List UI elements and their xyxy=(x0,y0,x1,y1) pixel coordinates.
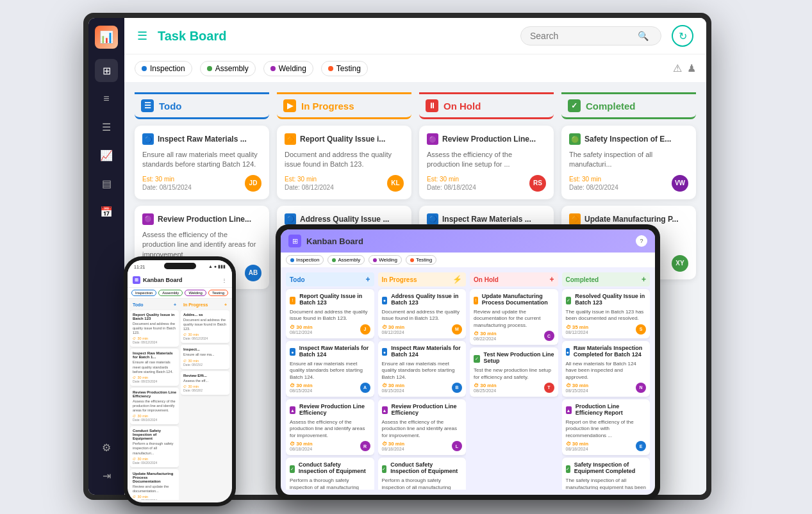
tablet-avatar: C xyxy=(544,331,554,341)
phone-board: Todo + Report Quality Issue in Batch 123… xyxy=(128,299,232,502)
app-logo[interactable]: 📊 xyxy=(95,26,118,49)
phone-card-todo-5[interactable]: Update Manufacturing Process Documentati… xyxy=(130,469,179,500)
filter-tag-assembly[interactable]: Assembly xyxy=(200,61,256,76)
filter-label-inspection: Inspection xyxy=(150,64,185,73)
tablet-card-footer: ⏱ 30 min 08/18/2024 E xyxy=(566,441,647,451)
tablet-card-desc: Document and address the quality issue f… xyxy=(290,309,370,322)
sidebar-item-calendar[interactable]: 📅 xyxy=(95,200,118,223)
tablet-card-todo-3[interactable]: ▲ Review Production Line Efficiency Asse… xyxy=(286,399,374,455)
menu-icon[interactable]: ☰ xyxy=(137,29,147,43)
phone-filter-assembly[interactable]: Assembly xyxy=(158,290,183,296)
card-date: Date: 08/20/2024 xyxy=(569,184,618,191)
tablet-filter-welding[interactable]: Welding xyxy=(369,255,402,265)
card-date: Date: 08/18/2024 xyxy=(427,184,476,191)
tablet-card-c-1[interactable]: ✓ Resolved Quality Issue in Batch 123 Th… xyxy=(562,289,650,338)
phone-card-todo-4[interactable]: Conduct Safety Inspection of Equipment P… xyxy=(130,426,179,467)
filter-bar: Inspection Assembly Welding Testing xyxy=(124,54,706,82)
tablet-card-title-row: ● Address Quality Issue in Batch 123 xyxy=(382,293,463,308)
tablet-card-oh-2[interactable]: ✓ Test New Production Line Setup Test th… xyxy=(470,347,558,397)
sidebar-item-grid[interactable]: ⊞ xyxy=(95,59,118,82)
card-type-icon: 🔶 xyxy=(285,133,296,145)
tablet-card-oh-1[interactable]: ! Update Manufacturing Process Documenta… xyxy=(470,289,558,345)
tablet-filter-inspection[interactable]: Inspection xyxy=(286,255,324,265)
tablet-col-add-todo[interactable]: + xyxy=(365,275,370,284)
phone-card-todo-1[interactable]: Report Quality Issue in Batch 123 Docume… xyxy=(130,310,179,347)
warning-icon[interactable]: ⚠ xyxy=(673,62,682,74)
group-icon[interactable]: ♟ xyxy=(687,62,696,74)
tablet-col-add-onhold[interactable]: + xyxy=(549,275,554,284)
search-bar[interactable]: 🔍 xyxy=(520,26,661,46)
tablet-card-todo-1[interactable]: ! Report Quality Issue in Batch 123 Docu… xyxy=(286,289,374,338)
sidebar-item-list2[interactable]: ▤ xyxy=(95,172,118,195)
card-completed-1[interactable]: 🟢 Safety Inspection of E... The safety i… xyxy=(561,126,696,199)
tablet-filter-testing[interactable]: Testing xyxy=(406,255,436,265)
tablet-card-ip-1[interactable]: ● Address Quality Issue in Batch 123 Doc… xyxy=(378,289,467,338)
search-input[interactable] xyxy=(530,31,633,41)
tablet-filter-assembly[interactable]: Assembly xyxy=(327,255,365,265)
tablet-time: ⏱ 30 min xyxy=(474,331,497,336)
tablet-board: Todo + ! Report Quality Issue in Batch 1… xyxy=(281,267,655,495)
tablet-type-icon: ✓ xyxy=(566,465,570,473)
tablet-date: 08/22/2024 xyxy=(474,336,497,341)
filter-tag-testing[interactable]: Testing xyxy=(321,61,368,76)
phone-card-ip-1[interactable]: Addre... ss Document and address the qua… xyxy=(181,310,229,343)
phone-card-todo-3[interactable]: Review Production Line Efficiency Assess… xyxy=(130,388,179,424)
card-inprogress-1[interactable]: 🔶 Report Quality Issue i... Document and… xyxy=(277,126,411,199)
tablet-card-ip-4[interactable]: ✓ Conduct Safety Inspection of Equipment… xyxy=(378,458,467,490)
phone-title: ⊞ Kanban Board xyxy=(133,276,183,284)
tablet-card-ip-2[interactable]: ● Inspect Raw Materials for Batch 124 En… xyxy=(378,341,467,397)
tablet-card-title: Review Production Line Efficiency xyxy=(392,403,462,416)
t-dot-testing xyxy=(410,258,414,262)
phone-status-icons: ▲ ● ▮▮▮ xyxy=(208,264,226,269)
card-avatar: AB xyxy=(245,265,261,281)
tablet-type-icon: ✓ xyxy=(566,297,572,304)
phone-menu-btn[interactable]: ⋮ xyxy=(222,278,227,283)
tablet-avatar: T xyxy=(544,383,554,393)
tablet-help-icon[interactable]: ? xyxy=(636,235,647,247)
phone-col-add-inprogress[interactable]: + xyxy=(224,303,227,307)
tablet-card-todo-4[interactable]: ✓ Conduct Safety Inspection of Equipment… xyxy=(286,458,374,490)
tablet-title: Kanban Board xyxy=(306,236,363,246)
tablet-date: 08/18/2024 xyxy=(566,447,589,451)
tablet-type-icon: ▲ xyxy=(566,406,572,414)
tablet-card-c-4[interactable]: ✓ Safety Inspection of Equipment Complet… xyxy=(562,458,650,490)
card-onhold-1[interactable]: 🟣 Review Production Line... Assess the e… xyxy=(419,126,554,199)
filter-tag-inspection[interactable]: Inspection xyxy=(135,61,192,76)
tablet-card-title-row: ● Inspect Raw Materials for Batch 124 xyxy=(382,345,463,360)
card-desc: Assess the efficiency of the production … xyxy=(427,150,546,170)
tablet-type-icon: ! xyxy=(290,297,295,304)
welding-dot xyxy=(270,66,276,71)
tablet-col-completed: Completed + ✓ Resolved Quality Issue in … xyxy=(562,272,650,490)
tablet-card-c-2[interactable]: ● Raw Materials Inspection Completed for… xyxy=(562,341,650,397)
phone-filter-inspection[interactable]: Inspection xyxy=(131,290,156,296)
tablet-card-desc: Report on the efficiency of the producti… xyxy=(566,419,647,439)
refresh-button[interactable]: ↻ xyxy=(672,25,693,47)
phone-card-ip-3[interactable]: Review Effi... Assess the eff... ⏱ 30 mi… xyxy=(181,371,229,395)
tablet-card-todo-2[interactable]: ● Inspect Raw Materials for Batch 124 En… xyxy=(286,341,374,397)
filter-tag-welding[interactable]: Welding xyxy=(263,61,313,76)
sidebar-item-list[interactable]: ☰ xyxy=(95,115,118,138)
card-todo-1[interactable]: 🔵 Inspect Raw Materials ... Ensure all r… xyxy=(135,126,269,199)
sidebar-item-logout[interactable]: ⇥ xyxy=(95,464,118,487)
tablet-card-c-3[interactable]: ▲ Production Line Efficiency Report Repo… xyxy=(562,399,650,455)
phone-filter-welding[interactable]: Welding xyxy=(185,290,206,296)
sidebar-item-chart[interactable]: 📈 xyxy=(95,144,118,167)
tablet-card-title: Address Quality Issue in Batch 123 xyxy=(391,293,462,306)
tablet-col-add-completed[interactable]: + xyxy=(642,275,646,284)
phone-filter-testing[interactable]: Testing xyxy=(208,290,228,296)
tablet-app-icon: ⊞ xyxy=(288,235,301,247)
tablet-col-add-inprogress[interactable]: ⚡ xyxy=(452,275,462,284)
phone-card-ip-2[interactable]: Inspect... Ensure all raw ma... ⏱ 30 min… xyxy=(181,345,229,369)
phone-app-icon: ⊞ xyxy=(133,276,140,284)
phone-card-todo-2[interactable]: Inspect Raw Materials for Batch 1... Ens… xyxy=(130,349,179,385)
filter-label-welding: Welding xyxy=(279,64,306,73)
sidebar-item-settings[interactable]: ⚙ xyxy=(95,436,118,459)
tablet-card-ip-3[interactable]: ▲ Review Production Line Efficiency Asse… xyxy=(378,399,467,455)
tablet-avatar: E xyxy=(636,441,646,451)
tablet-col-label-inprogress: In Progress xyxy=(382,276,417,283)
tablet-avatar: A xyxy=(360,383,370,393)
sidebar-item-menu[interactable]: ≡ xyxy=(95,87,118,110)
tablet-time: ⏱ 30 min xyxy=(382,324,405,330)
phone-col-add-todo[interactable]: + xyxy=(174,303,176,307)
card-title-row: 🔵 Address Quality Issue ... xyxy=(285,213,404,225)
